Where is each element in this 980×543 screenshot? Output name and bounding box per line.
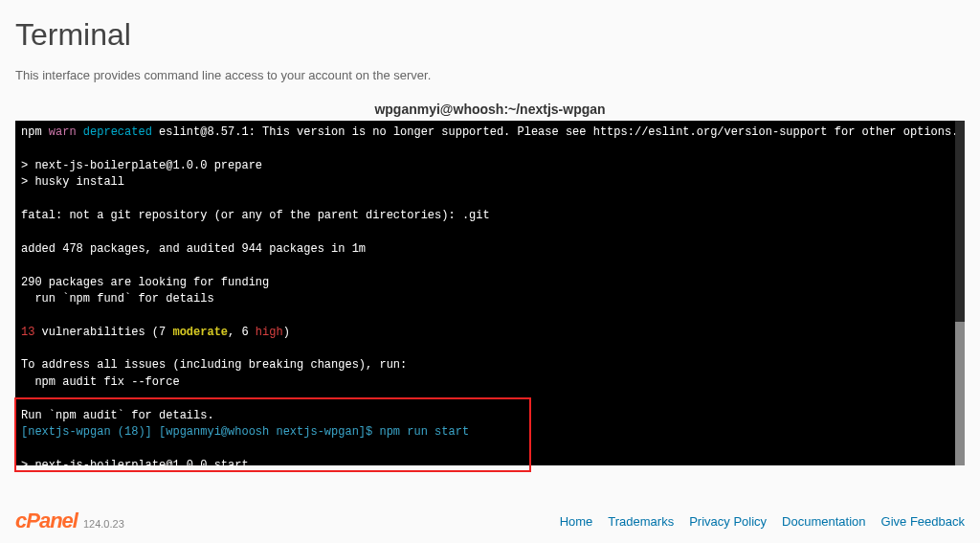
footer-link-home[interactable]: Home	[560, 514, 593, 529]
footer: cPanel 124.0.23 Home Trademarks Privacy …	[15, 509, 965, 533]
terminal-text: [nextjs-wpgan (18)] [wpganmyi@whoosh nex…	[21, 425, 469, 439]
terminal-text: eslint@8.57.1: This version is no longer…	[152, 125, 959, 139]
terminal-text: 290 packages are looking for funding	[21, 276, 269, 289]
cpanel-logo: cPanel	[15, 509, 78, 533]
terminal-text: run `npm fund` for details	[21, 292, 214, 305]
terminal-text: npm	[21, 125, 49, 139]
footer-links: Home Trademarks Privacy Policy Documenta…	[560, 514, 965, 529]
terminal-text: > next-js-boilerplate@1.0.0 start	[21, 459, 249, 465]
terminal-output[interactable]: npm warn deprecated eslint@8.57.1: This …	[15, 121, 965, 465]
footer-brand-area: cPanel 124.0.23	[15, 509, 124, 533]
terminal-text: moderate	[172, 326, 228, 339]
terminal-text: , 6	[228, 326, 256, 339]
footer-link-trademarks[interactable]: Trademarks	[608, 514, 674, 529]
terminal-text: vulnerabilities (7	[34, 326, 172, 339]
version-label: 124.0.23	[83, 518, 124, 530]
terminal-session-title: wpganmyi@whoosh:~/nextjs-wpgan	[0, 102, 980, 117]
scrollbar-track[interactable]	[955, 121, 965, 465]
terminal-text	[77, 125, 83, 139]
terminal-text: > next-js-boilerplate@1.0.0 prepare	[21, 159, 262, 172]
terminal-text: npm audit fix --force	[21, 375, 180, 389]
footer-link-feedback[interactable]: Give Feedback	[881, 514, 965, 529]
terminal-text: To address all issues (including breakin…	[21, 358, 407, 372]
page-title: Terminal	[0, 0, 980, 53]
terminal-text: )	[283, 326, 290, 339]
footer-link-privacy[interactable]: Privacy Policy	[689, 514, 767, 529]
scrollbar-thumb[interactable]	[955, 322, 965, 465]
footer-link-documentation[interactable]: Documentation	[782, 514, 865, 529]
terminal-text: fatal: not a git repository (or any of t…	[21, 209, 490, 222]
terminal-text: Run `npm audit` for details.	[21, 409, 214, 422]
terminal-text: > husky install	[21, 175, 124, 189]
terminal-text: deprecated	[83, 125, 152, 139]
terminal-text: 13	[21, 326, 34, 339]
page-description: This interface provides command line acc…	[0, 53, 980, 82]
terminal-container: npm warn deprecated eslint@8.57.1: This …	[15, 121, 965, 465]
terminal-text: added 478 packages, and audited 944 pack…	[21, 242, 366, 256]
terminal-text: warn	[49, 125, 77, 139]
terminal-text: high	[256, 326, 283, 339]
